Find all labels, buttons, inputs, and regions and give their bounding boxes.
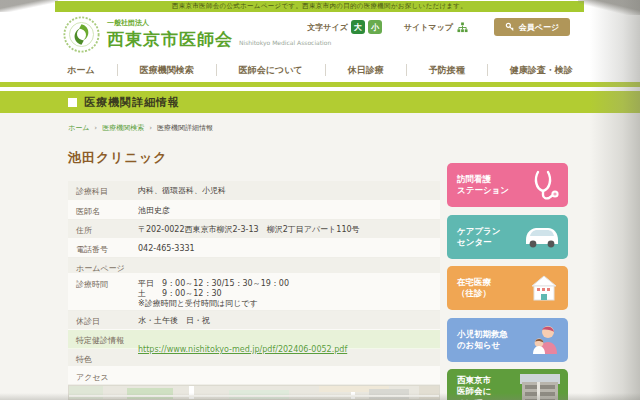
sitemap-icon <box>457 22 468 33</box>
breadcrumb-separator: › <box>149 124 152 132</box>
nav-item-about[interactable]: 医師会について <box>217 64 325 77</box>
row-label: 診療科目 <box>68 181 138 197</box>
site-notice: 西東京市医師会の公式ホームページです。西東京市内の目的の医療機関がお探しいただけ… <box>55 1 584 12</box>
table-row-homepage: ホームページ <box>68 258 440 274</box>
building-icon <box>520 374 560 400</box>
clinic-name: 池田クリニック <box>68 149 168 167</box>
table-row-phone: 電話番号 042-465-3331 <box>68 239 440 258</box>
row-value: 池田史彦 <box>138 201 440 216</box>
org-name: 西東京市医師会 <box>107 28 233 51</box>
table-row-features: 特色 <box>68 349 440 367</box>
org-name-en: Nishitokyo Medical Association <box>239 39 331 46</box>
member-page-label: 会員ページ <box>519 22 559 33</box>
table-row-checkup-info: 特定健診情報 https://www.nishitokyo-med.jp/pdf… <box>68 330 440 349</box>
header-tools: 文字サイズ 大 小 サイトマップ 会員ページ <box>307 18 570 36</box>
font-size-small-button[interactable]: 小 <box>368 20 382 34</box>
table-row-access: アクセス <box>68 367 440 385</box>
row-value: 水・土午後 日・祝 <box>138 311 440 326</box>
table-row-departments: 診療科目 内科、循環器科、小児科 <box>68 181 440 201</box>
access-map[interactable] <box>68 385 440 400</box>
nav-item-holiday[interactable]: 休日診療 <box>326 64 406 77</box>
stethoscope-icon <box>530 169 560 201</box>
main-nav: ホーム 医療機関検索 医師会について 休日診療 予防接種 健康診査・検診 <box>0 58 640 82</box>
banner-label: ケアプラン センター <box>457 226 501 248</box>
page: 西東京市医師会の公式ホームページです。西東京市内の目的の医療機関がお探しいただけ… <box>0 0 640 400</box>
nav-underline <box>0 82 640 87</box>
row-label: 住所 <box>68 220 138 236</box>
sitemap-link[interactable]: サイトマップ <box>404 22 468 33</box>
key-icon <box>505 22 515 32</box>
row-value <box>138 367 440 372</box>
member-page-button[interactable]: 会員ページ <box>494 18 570 36</box>
table-row-hours: 診療時間 平日 9：00～12：30/15：30～19：00 土 9：00～12… <box>68 274 440 311</box>
row-label: 特定健診情報 <box>68 330 138 346</box>
row-value: 〒202-0022西東京市柳沢2-3-13 柳沢2丁目アパート110号 <box>138 220 440 235</box>
row-value: 042-465-3331 <box>138 239 440 254</box>
breadcrumb-home[interactable]: ホーム <box>68 123 89 133</box>
font-size-large-button[interactable]: 大 <box>351 20 365 34</box>
nav-item-home[interactable]: ホーム <box>45 64 116 77</box>
row-label: 電話番号 <box>68 239 138 255</box>
banner-about-association[interactable]: 西東京市 医師会に ついて <box>447 369 568 400</box>
title-square-icon <box>68 98 77 107</box>
breadcrumb-search[interactable]: 医療機関検索 <box>102 123 144 133</box>
row-value: 平日 9：00～12：30/15：30～19：00 土 9：00～12：30 ※… <box>138 274 440 309</box>
banner-label: 在宅医療 （往診） <box>457 277 491 299</box>
org-type: 一般社団法人 <box>107 18 331 28</box>
logo-text: 一般社団法人 西東京市医師会 Nishitokyo Medical Associ… <box>107 18 331 51</box>
breadcrumb-separator: › <box>94 124 97 132</box>
table-row-address: 住所 〒202-0022西東京市柳沢2-3-13 柳沢2丁目アパート110号 <box>68 220 440 239</box>
clinic-detail-table: 診療科目 内科、循環器科、小児科 医師名 池田史彦 住所 〒202-0022西東… <box>68 181 440 385</box>
row-label: ホームページ <box>68 258 138 274</box>
page-title: 医療機関詳細情報 <box>84 95 180 110</box>
sitemap-label: サイトマップ <box>404 22 453 33</box>
nav-item-checkup[interactable]: 健康診査・検診 <box>488 64 595 77</box>
banner-label: 小児初期救急 のお知らせ <box>457 329 508 351</box>
breadcrumb-current: 医療機関詳細情報 <box>157 123 213 133</box>
row-value <box>138 349 440 354</box>
site-logo[interactable]: 一般社団法人 西東京市医師会 Nishitokyo Medical Associ… <box>63 16 331 53</box>
content-area: ホーム › 医療機関検索 › 医療機関詳細情報 池田クリニック 診療科目 内科、… <box>0 113 640 400</box>
breadcrumb: ホーム › 医療機関検索 › 医療機関詳細情報 <box>68 123 213 133</box>
nav-item-search[interactable]: 医療機関検索 <box>118 64 216 77</box>
table-row-doctor: 医師名 池田史彦 <box>68 201 440 220</box>
banner-label: 訪問看護 ステーション <box>457 174 509 196</box>
table-row-closed-days: 休診日 水・土午後 日・祝 <box>68 311 440 330</box>
site-header: 一般社団法人 西東京市医師会 Nishitokyo Medical Associ… <box>0 12 640 58</box>
corner-shading <box>0 0 58 12</box>
row-value: 内科、循環器科、小児科 <box>138 181 440 196</box>
banner-pediatric-emergency[interactable]: 小児初期救急 のお知らせ <box>447 318 568 362</box>
row-label: 診療時間 <box>68 274 138 290</box>
association-logo-icon <box>63 16 100 53</box>
van-icon <box>524 224 560 250</box>
row-label: 特色 <box>68 349 138 365</box>
font-size-label: 文字サイズ <box>307 22 348 33</box>
nav-item-vaccination[interactable]: 予防接種 <box>407 64 487 77</box>
row-label: 休診日 <box>68 311 138 327</box>
house-icon <box>528 273 560 303</box>
page-title-bar: 医療機関詳細情報 <box>0 91 640 113</box>
banner-care-plan-center[interactable]: ケアプラン センター <box>447 215 568 259</box>
banner-label: 西東京市 医師会に ついて <box>457 375 491 400</box>
row-label: 医師名 <box>68 201 138 217</box>
parent-child-icon <box>530 324 560 356</box>
banner-home-medical-care[interactable]: 在宅医療 （往診） <box>447 266 568 310</box>
row-label: アクセス <box>68 367 138 383</box>
row-value <box>138 258 440 263</box>
banner-home-nursing-station[interactable]: 訪問看護 ステーション <box>447 163 568 207</box>
